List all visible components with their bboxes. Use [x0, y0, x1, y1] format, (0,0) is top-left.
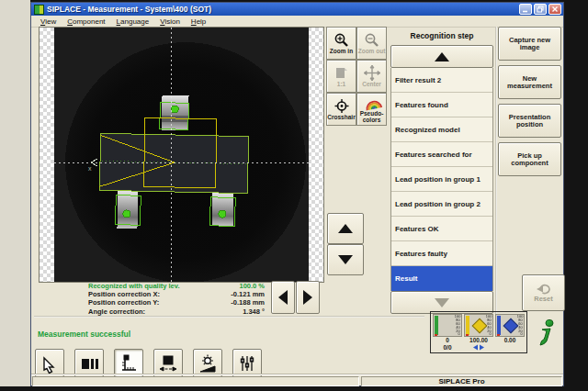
one-to-one-icon: [334, 65, 350, 81]
measurement-results: Recognized with quality lev. 100.0 % Pos…: [88, 282, 268, 316]
close-button[interactable]: [548, 4, 561, 15]
step-up-button[interactable]: [327, 213, 364, 244]
meter-panel-yellow: 100806040200: [464, 314, 493, 337]
tick-label: 0: [521, 333, 523, 336]
meter-panel-blue: 100806040200: [495, 314, 525, 337]
info-icon: [536, 318, 558, 348]
recognition-step-item[interactable]: Features faulty: [391, 241, 492, 266]
undo-icon: [537, 283, 551, 295]
recognition-step-item[interactable]: Recognized model: [391, 117, 492, 142]
menu-item[interactable]: Language: [111, 17, 155, 26]
down-arrow-icon: [435, 298, 449, 307]
action-button[interactable]: Presentation position: [498, 104, 561, 138]
pointer-tool-button[interactable]: [35, 349, 64, 377]
horizontal-divider: [34, 316, 424, 318]
center-button[interactable]: Center: [356, 60, 387, 93]
right-arrow-icon: [303, 290, 312, 305]
up-arrow-icon: [435, 52, 449, 61]
illumination-button[interactable]: [193, 349, 222, 377]
action-button[interactable]: Capture new image: [498, 27, 561, 61]
menu-item[interactable]: View: [35, 17, 62, 26]
image-toolbar: Zoom in Zoom out 1:1 Center Crosshair Ps…: [326, 27, 387, 126]
green-bar: [435, 316, 438, 335]
yellow-bar: [466, 316, 469, 335]
one-to-one-button[interactable]: 1:1: [326, 60, 356, 93]
ruler-measure-icon: [119, 353, 139, 374]
step-down-button[interactable]: [327, 244, 364, 275]
recognition-step-item[interactable]: Lead position in group 1: [391, 167, 492, 192]
menu-item[interactable]: Vision: [154, 17, 186, 26]
meter-value: 100.00: [464, 337, 493, 344]
recognition-step-item[interactable]: Filter result 2: [391, 68, 492, 93]
sliders-icon: [237, 353, 257, 374]
pseudo-colors-button[interactable]: Pseudo-colors: [356, 93, 387, 126]
cursor-arrow-icon: [40, 353, 60, 374]
statusbar-product: SIPLACE Pro: [361, 376, 562, 386]
center-icon: [364, 65, 380, 81]
tick-label: 0: [458, 333, 460, 336]
x-axis-label: x: [88, 165, 92, 172]
desktop-background: [0, 0, 30, 386]
meter-value: 0: [433, 337, 462, 344]
app-icon: [34, 5, 44, 15]
recognition-step-item[interactable]: Result: [391, 266, 492, 291]
app-window: SIPLACE - Measurement - System\400 (SOT)…: [30, 2, 564, 386]
recognition-step-item[interactable]: Lead position in group 2: [391, 192, 492, 217]
scale-icon: [464, 344, 493, 351]
statusbar-left-panel: [32, 376, 359, 386]
correction-row: Position correction Y: -0.188 mm: [88, 298, 268, 307]
restore-button[interactable]: [534, 4, 547, 15]
recognition-step-item[interactable]: Features OK: [391, 217, 492, 241]
tick-label: 0: [490, 333, 492, 336]
reset-button[interactable]: Reset: [522, 274, 565, 311]
up-arrow-icon: [338, 224, 353, 233]
measurement-tool-button[interactable]: [114, 349, 143, 377]
blue-bar: [497, 316, 501, 335]
dimension-tool-button[interactable]: [153, 349, 183, 377]
lamp-icon: [198, 353, 218, 374]
recognition-step-item[interactable]: Features found: [391, 93, 492, 117]
menu-item[interactable]: Help: [186, 17, 211, 26]
list-scroll-up-button[interactable]: [390, 45, 493, 68]
crosshair-icon: [334, 98, 350, 114]
quality-row: Recognized with quality lev. 100.0 %: [88, 282, 268, 290]
pseudo-colors-icon: [361, 94, 382, 112]
meter-count: 0/0: [433, 344, 462, 352]
action-button[interactable]: Pick up component: [498, 142, 561, 176]
camera-viewport[interactable]: x: [39, 27, 324, 283]
recognition-header: Recognition step: [390, 27, 493, 45]
dimension-icon: [158, 353, 178, 374]
bottom-toolbar: [35, 349, 262, 377]
statusbar: SIPLACE Pro: [31, 374, 563, 387]
next-button[interactable]: [296, 281, 320, 314]
previous-button[interactable]: [271, 281, 295, 314]
zoom-out-icon: [364, 32, 380, 48]
info-button[interactable]: [536, 318, 558, 348]
minimize-button[interactable]: [519, 4, 532, 15]
action-button-column: Capture new imageNew measurementPresenta…: [498, 27, 561, 181]
meter-panel-green: 100806040200: [433, 314, 462, 337]
zoom-out-button[interactable]: Zoom out: [356, 27, 387, 60]
crosshair-button[interactable]: Crosshair: [326, 93, 356, 126]
camera-image[interactable]: [54, 28, 309, 282]
correction-row: Position correction X: -0.121 mm: [88, 290, 268, 298]
component-view-button[interactable]: [74, 349, 104, 377]
recognition-panel: Recognition step Filter result 2Features…: [390, 27, 493, 314]
menu-item[interactable]: Component: [62, 17, 110, 26]
settings-sliders-button[interactable]: [232, 349, 262, 377]
left-arrow-icon: [278, 290, 288, 305]
titlebar: SIPLACE - Measurement - System\400 (SOT): [31, 3, 563, 16]
action-button[interactable]: New measurement: [498, 65, 561, 99]
correction-row: Angle correction: 1.348 °: [88, 307, 268, 316]
component-icon: [79, 353, 99, 374]
meter-value: 0.00: [495, 337, 525, 344]
vertical-divider: [495, 27, 497, 317]
window-title: SIPLACE - Measurement - System\400 (SOT): [47, 5, 519, 14]
down-arrow-icon: [338, 255, 353, 264]
zoom-in-icon: [334, 32, 350, 48]
recognition-list: Filter result 2Features foundRecognized …: [390, 68, 493, 291]
zoom-in-button[interactable]: Zoom in: [326, 27, 356, 60]
recognition-step-item[interactable]: Features searched for: [391, 142, 492, 167]
component-meters: 100806040200 100806040200 100806040200 0…: [430, 311, 527, 353]
status-message: Measurement successful: [38, 330, 130, 339]
